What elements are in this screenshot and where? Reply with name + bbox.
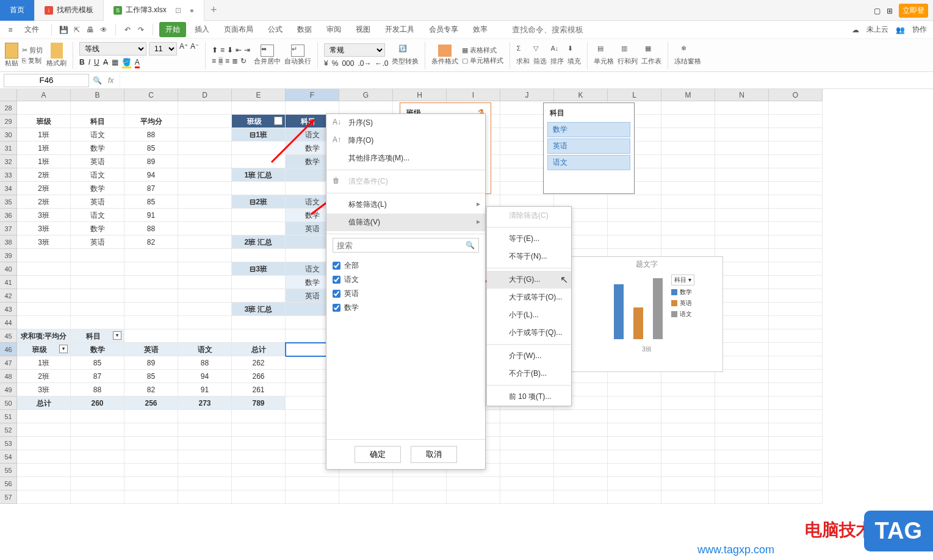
cell-O40[interactable] bbox=[769, 262, 823, 276]
align-left-icon[interactable]: ≡ bbox=[212, 57, 216, 65]
cell-A55[interactable] bbox=[17, 464, 71, 477]
wrap-button[interactable]: ↵自动换行 bbox=[284, 45, 311, 66]
row-header-44[interactable]: 44 bbox=[0, 316, 17, 329]
row-header-29[interactable]: 29 bbox=[0, 115, 17, 128]
preview-icon[interactable]: 👁 bbox=[98, 24, 109, 35]
cell-A44[interactable] bbox=[17, 316, 71, 329]
cell-A41[interactable] bbox=[17, 276, 71, 289]
align-top-icon[interactable]: ⬆ bbox=[212, 46, 218, 54]
lt-item[interactable]: 小于(L)... bbox=[487, 306, 571, 324]
cell-B56[interactable] bbox=[71, 477, 124, 490]
cell-B28[interactable] bbox=[71, 101, 124, 115]
row-header-48[interactable]: 48 bbox=[0, 370, 17, 383]
col-header-G[interactable]: G bbox=[339, 89, 393, 101]
col-header-M[interactable]: M bbox=[661, 89, 715, 101]
align-mid-icon[interactable]: ≡ bbox=[220, 46, 225, 54]
sort-button[interactable]: A↓排序 bbox=[550, 45, 564, 66]
cell-E30[interactable]: ⊟1班 bbox=[232, 128, 286, 142]
slicer-item-chinese[interactable]: 语文 bbox=[547, 155, 630, 170]
cell-D56[interactable] bbox=[178, 477, 232, 490]
cell-L56[interactable] bbox=[608, 477, 661, 490]
gte-item[interactable]: 大于或等于(O)... bbox=[487, 289, 571, 306]
cell-E44[interactable] bbox=[232, 316, 286, 329]
cell-L49[interactable] bbox=[608, 383, 661, 397]
cell-B47[interactable]: 85 bbox=[71, 356, 124, 370]
cell-B52[interactable] bbox=[71, 423, 124, 437]
cell-C53[interactable] bbox=[124, 437, 178, 450]
row-header-34[interactable]: 34 bbox=[0, 182, 17, 195]
cell-L54[interactable] bbox=[608, 450, 661, 464]
cell-A46[interactable]: 班级▾ bbox=[17, 343, 71, 356]
copy-button[interactable]: ⎘ 复制 bbox=[22, 56, 43, 65]
cell-J51[interactable] bbox=[500, 410, 554, 423]
cell-D35[interactable] bbox=[178, 195, 232, 209]
cell-O46[interactable] bbox=[769, 343, 823, 356]
filter-dropdown-button[interactable]: ▾ bbox=[274, 117, 283, 125]
cell-K53[interactable] bbox=[554, 437, 608, 450]
col-header-L[interactable]: L bbox=[608, 89, 661, 101]
command-search[interactable] bbox=[508, 23, 618, 37]
row-header-46[interactable]: 46 bbox=[0, 343, 17, 356]
cell-D55[interactable] bbox=[178, 464, 232, 477]
filter-dropdown-button[interactable]: ▾ bbox=[59, 345, 68, 353]
cell-K56[interactable] bbox=[554, 477, 608, 490]
cell-M29[interactable] bbox=[661, 115, 715, 128]
cell-B35[interactable]: 英语 bbox=[71, 195, 124, 209]
cell-A53[interactable] bbox=[17, 437, 71, 450]
cell-L51[interactable] bbox=[608, 410, 661, 423]
menu-data[interactable]: 数据 bbox=[291, 22, 318, 37]
cell-C36[interactable]: 91 bbox=[124, 209, 178, 222]
cell-K55[interactable] bbox=[554, 464, 608, 477]
cell-N47[interactable] bbox=[715, 356, 769, 370]
sort-asc-item[interactable]: A↓升序(S) bbox=[326, 114, 485, 132]
print-icon[interactable]: 🖶 bbox=[85, 24, 96, 35]
cell-D47[interactable]: 88 bbox=[178, 356, 232, 370]
fill-color-icon[interactable]: 🪣 bbox=[122, 58, 131, 68]
cell-J56[interactable] bbox=[500, 477, 554, 490]
row-header-54[interactable]: 54 bbox=[0, 450, 17, 464]
cell-N38[interactable] bbox=[715, 235, 769, 249]
cell-O50[interactable] bbox=[769, 397, 823, 410]
comma-icon[interactable]: 000 bbox=[342, 59, 354, 68]
currency-icon[interactable]: ¥ bbox=[324, 59, 328, 68]
cell-C45[interactable] bbox=[124, 329, 178, 343]
slicer-item-math[interactable]: 数学 bbox=[547, 122, 630, 137]
col-header-A[interactable]: A bbox=[17, 89, 71, 101]
cell-A29[interactable]: 班级 bbox=[17, 115, 71, 128]
col-header-H[interactable]: H bbox=[393, 89, 447, 101]
check-all[interactable]: 全部 bbox=[333, 259, 479, 273]
cell-D29[interactable] bbox=[178, 115, 232, 128]
formula-input[interactable] bbox=[120, 74, 933, 87]
cell-A33[interactable]: 2班 bbox=[17, 168, 71, 182]
cell-C32[interactable]: 89 bbox=[124, 155, 178, 168]
cell-D49[interactable]: 91 bbox=[178, 383, 232, 397]
orient-icon[interactable]: ↻ bbox=[240, 57, 247, 65]
cell-B46[interactable]: 数学 bbox=[71, 343, 124, 356]
row-header-39[interactable]: 39 bbox=[0, 249, 17, 262]
cell-C33[interactable]: 94 bbox=[124, 168, 178, 182]
col-header-E[interactable]: E bbox=[232, 89, 286, 101]
number-format-select[interactable]: 常规 bbox=[324, 43, 385, 57]
cell-D33[interactable] bbox=[178, 168, 232, 182]
check-chinese[interactable]: 语文 bbox=[333, 273, 479, 287]
cell-A28[interactable] bbox=[17, 101, 71, 115]
check-math[interactable]: 数学 bbox=[333, 301, 479, 315]
cell-N43[interactable] bbox=[715, 303, 769, 316]
row-header-45[interactable]: 45 bbox=[0, 329, 17, 343]
cell-B45[interactable]: 科目▾ bbox=[71, 329, 124, 343]
cell-D50[interactable]: 273 bbox=[178, 397, 232, 410]
cell-O44[interactable] bbox=[769, 316, 823, 329]
cell-O33[interactable] bbox=[769, 168, 823, 182]
cell-G57[interactable] bbox=[339, 490, 393, 504]
cloud-icon[interactable]: ☁ bbox=[852, 26, 859, 34]
cell-C28[interactable] bbox=[124, 101, 178, 115]
cell-E35[interactable]: ⊟2班 bbox=[232, 195, 286, 209]
cell-J55[interactable] bbox=[500, 464, 554, 477]
cell-B53[interactable] bbox=[71, 437, 124, 450]
pivot-chart[interactable]: 题文字 科目 ▾ 数学 英语 语文 3班 bbox=[571, 256, 723, 372]
row-header-49[interactable]: 49 bbox=[0, 383, 17, 397]
cell-N54[interactable] bbox=[715, 450, 769, 464]
table-style-button[interactable]: ▦ 表格样式 bbox=[462, 46, 503, 55]
font-color-icon[interactable]: A bbox=[135, 58, 140, 68]
cell-B44[interactable] bbox=[71, 316, 124, 329]
